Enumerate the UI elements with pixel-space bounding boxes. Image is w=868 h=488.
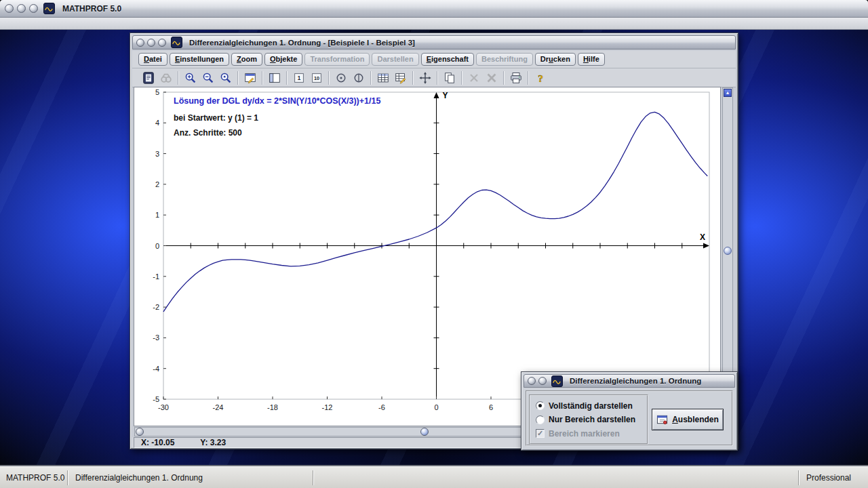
print-button[interactable]: [508, 70, 524, 86]
panel-button[interactable]: [267, 70, 283, 86]
help-button[interactable]: ?: [532, 70, 549, 86]
menu-objekte[interactable]: Objekte: [264, 53, 302, 66]
svg-text:1: 1: [298, 75, 301, 81]
menu-drucken[interactable]: Drucken: [535, 53, 576, 66]
menu-darstellen: Darstellen: [372, 53, 418, 66]
svg-text:-2: -2: [153, 303, 159, 311]
app-icon: [43, 3, 55, 14]
table-icon: [376, 71, 390, 85]
zoom-reset-button[interactable]: [218, 70, 234, 86]
dialog-icon: [551, 375, 563, 387]
vertical-scroll-thumb[interactable]: [724, 247, 732, 255]
screen: MATHPROF 5.0 Differenzialgleichungen 1. …: [0, 0, 868, 488]
hide-button[interactable]: Ausblenden: [652, 409, 724, 430]
dialog-window-button-2[interactable]: [538, 377, 547, 385]
menu-transformation: Transformation: [304, 53, 370, 66]
svg-text:2: 2: [155, 180, 159, 188]
step-1-button[interactable]: 1: [291, 70, 307, 86]
scroll-left-button[interactable]: [136, 428, 144, 436]
main-window-title: MATHPROF 5.0: [62, 4, 121, 14]
menu-hilfe[interactable]: Hilfe: [578, 53, 605, 66]
checkbox-mark-range: ✓ Bereich markieren: [536, 428, 642, 439]
svg-text:-5: -5: [153, 395, 159, 403]
plot-annotation-startvalue: bei Startwert: y (1) = 1: [174, 113, 258, 123]
table-button[interactable]: [375, 70, 391, 86]
toolbar-separator: [328, 71, 330, 85]
step-10-button[interactable]: 10: [309, 70, 325, 86]
toolbar-separator: [286, 71, 288, 85]
move-button[interactable]: [417, 70, 433, 86]
step-1-icon: 1: [292, 71, 306, 85]
child-titlebar[interactable]: Differenzialgleichungen 1. Ordnung - [Be…: [132, 35, 736, 49]
plot-annotation-equation: Lösung der DGL dy/dx = 2*SIN(Y/10*COS(X/…: [174, 96, 380, 106]
svg-text:-30: -30: [158, 403, 169, 411]
report-icon: [142, 71, 155, 85]
statusbar-edition: Professional: [800, 473, 868, 483]
main-window-button-3[interactable]: [29, 4, 38, 13]
delete-button: [484, 70, 500, 86]
y-coordinate: Y: 3.23: [200, 438, 226, 447]
table-edit-button[interactable]: [393, 70, 409, 86]
child-window-button-2[interactable]: [147, 39, 155, 47]
binoculars-button: [158, 70, 174, 86]
main-statusbar: MATHPROF 5.0 Differenzialgleichungen 1. …: [0, 466, 868, 488]
statusbar-separator: [313, 470, 314, 485]
statusbar-separator: [798, 470, 800, 485]
dialog-title: Differenzialgleichungen 1. Ordnung: [570, 377, 701, 385]
menu-einstellungen[interactable]: Einstellungen: [170, 53, 229, 66]
svg-text:0: 0: [155, 242, 159, 250]
report-button[interactable]: [140, 70, 157, 86]
move-icon: [418, 71, 432, 85]
child-window-button-1[interactable]: [136, 39, 144, 47]
menu-datei[interactable]: Datei: [138, 53, 167, 66]
radio-full-display[interactable]: Vollständig darstellen: [536, 401, 642, 411]
horizontal-scroll-thumb[interactable]: [420, 428, 429, 436]
display-options-group: Vollständig darstellen Nur Bereich darst…: [529, 394, 648, 445]
statusbar-module-name: Differenzialgleichungen 1. Ordnung: [69, 473, 312, 483]
statusbar-app-name: MATHPROF 5.0: [0, 473, 66, 483]
svg-text:X: X: [700, 232, 705, 242]
child-window-button-3[interactable]: [158, 39, 166, 47]
toolbar-separator: [437, 71, 438, 85]
radio-full-label: Vollständig darstellen: [549, 401, 633, 411]
zoom-in-button[interactable]: [182, 70, 199, 86]
properties-icon: [243, 71, 257, 85]
print-icon: [509, 71, 523, 85]
checkbox-checked-disabled: ✓: [536, 429, 545, 438]
options-dialog: Differenzialgleichungen 1. Ordnung Volls…: [521, 371, 738, 451]
menu-eigenschaft[interactable]: Eigenschaft: [421, 53, 474, 66]
toolbar-separator: [370, 71, 372, 85]
svg-text:-6: -6: [378, 403, 385, 411]
copy-button[interactable]: [441, 70, 458, 86]
circle-line-button[interactable]: [351, 70, 367, 86]
properties-button[interactable]: [242, 70, 258, 86]
clear-icon: [467, 71, 481, 85]
scroll-up-button[interactable]: ▲: [724, 89, 732, 97]
circle-dot-button[interactable]: [333, 70, 349, 86]
panel-icon: [268, 71, 281, 85]
svg-text:-18: -18: [267, 403, 278, 411]
dialog-window-button-1[interactable]: [528, 377, 536, 385]
plot-annotation-steps: Anz. Schritte: 500: [174, 128, 242, 138]
svg-text:?: ?: [538, 72, 543, 83]
main-window-button-2[interactable]: [17, 4, 26, 13]
dialog-titlebar[interactable]: Differenzialgleichungen 1. Ordnung: [524, 374, 735, 388]
main-titlebar[interactable]: MATHPROF 5.0: [0, 0, 868, 18]
help-icon: ?: [534, 71, 547, 85]
main-menu-strip: [0, 18, 868, 30]
toolbar-separator: [503, 71, 505, 85]
radio-button-unselected[interactable]: [536, 415, 545, 424]
svg-text:5: 5: [155, 88, 159, 96]
hide-button-label: Ausblenden: [672, 415, 719, 424]
svg-text:Y: Y: [443, 91, 448, 100]
menu-zoom[interactable]: Zoom: [231, 53, 262, 66]
hide-window-icon: [656, 414, 668, 426]
zoom-reset-icon: [219, 71, 233, 85]
zoom-out-button[interactable]: [200, 70, 216, 86]
toolbar-separator: [178, 71, 179, 85]
child-window-title: Differenzialgleichungen 1. Ordnung - [Be…: [189, 39, 415, 47]
toolbar-separator: [528, 71, 529, 85]
main-window-button-1[interactable]: [5, 4, 14, 13]
radio-button-selected[interactable]: [536, 401, 545, 410]
radio-range-display[interactable]: Nur Bereich darstellen: [536, 415, 642, 425]
